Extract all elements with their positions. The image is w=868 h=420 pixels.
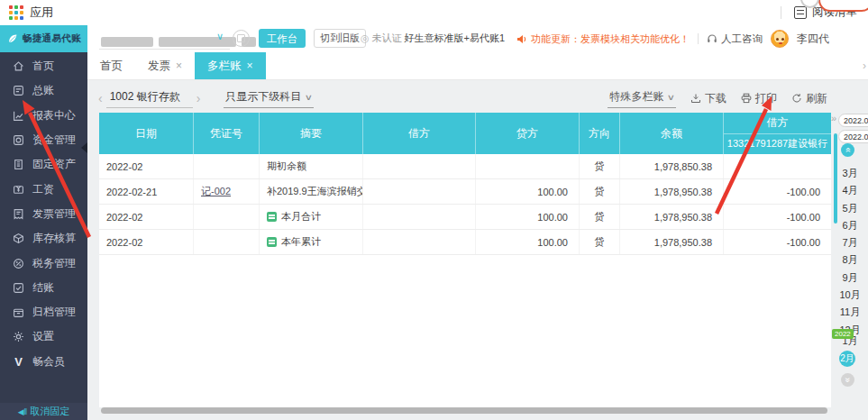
- tab-invoice[interactable]: 发票 ×: [135, 52, 195, 79]
- cell-direction: 贷: [580, 154, 620, 178]
- month-item[interactable]: 11月: [834, 304, 866, 321]
- month-item[interactable]: 5月: [834, 200, 866, 217]
- month-item[interactable]: 6月: [834, 217, 866, 234]
- months-scroll-down-button[interactable]: »: [841, 373, 854, 387]
- month-item[interactable]: 7月: [834, 234, 866, 251]
- col-header-bank-debit: 借方: [724, 113, 831, 134]
- month-item[interactable]: 4月: [834, 182, 866, 199]
- download-icon: [690, 93, 701, 104]
- month-item[interactable]: 3月: [834, 165, 866, 182]
- sidebar-item-fund-management[interactable]: 资金管理: [0, 128, 87, 152]
- printer-icon: [741, 93, 752, 104]
- ledger-toolbar: ‹ 1002 银行存款 › 只显示下级科目 ∨ 特殊多栏账 ∨ 下载 打印 刷新: [87, 79, 868, 113]
- print-label: 打印: [755, 91, 777, 106]
- company-name-redacted: [101, 37, 153, 47]
- cell-date: 2022-02: [99, 230, 194, 254]
- support-label: 人工咨询: [721, 32, 763, 46]
- apps-menu[interactable]: 应用: [9, 5, 53, 21]
- notice-banner[interactable]: 功能更新：发票模块相关功能优化！: [516, 32, 690, 46]
- account-set-icon[interactable]: [233, 30, 250, 47]
- table-row-month-total[interactable]: 2022-02 本月合计 100.00 贷 1,978,950.38 -100.…: [99, 205, 831, 230]
- sidebar-item-invoice-management[interactable]: 发票管理: [0, 202, 87, 226]
- username[interactable]: 李四代: [797, 32, 829, 47]
- period-start-input[interactable]: 2022.0: [838, 114, 868, 127]
- sidebar-item-settings[interactable]: 设置: [0, 324, 87, 349]
- unpin-label: 取消固定: [30, 405, 69, 418]
- close-icon[interactable]: ×: [176, 59, 182, 72]
- chart-icon: [13, 110, 24, 122]
- cell-credit: 100.00: [476, 179, 580, 204]
- apps-grid-icon: [9, 5, 23, 20]
- sidebar-item-closing[interactable]: 结账: [0, 276, 87, 300]
- cell-direction: 贷: [580, 230, 620, 254]
- table-row[interactable]: 2022-02 期初余额 贷 1,978,850.38: [99, 154, 831, 179]
- sidebar-item-home[interactable]: 首页: [0, 54, 87, 78]
- month-item[interactable]: 10月: [834, 287, 866, 304]
- switch-old-version-button[interactable]: 切到旧版: [314, 29, 366, 48]
- voucher-link[interactable]: 记-002: [201, 185, 231, 198]
- unpin-button[interactable]: ◀‖ 取消固定: [0, 403, 87, 420]
- refresh-button[interactable]: 刷新: [791, 91, 827, 106]
- sidebar-item-inventory[interactable]: 库存核算: [0, 226, 87, 251]
- download-button[interactable]: 下载: [690, 91, 726, 106]
- sidebar-item-label: 总账: [32, 83, 54, 98]
- refresh-label: 刷新: [806, 91, 827, 106]
- filter-dropdown[interactable]: 只显示下级科目 ∨: [224, 88, 314, 108]
- table-row-year-total[interactable]: 2022-02 本年累计 100.00 贷 1,978,950.38 -100.…: [99, 230, 831, 255]
- cell-debit: [363, 230, 476, 254]
- account-selector[interactable]: 1002 银行存款: [106, 88, 193, 108]
- double-chevron-down-icon: »: [843, 377, 853, 382]
- next-account-button[interactable]: ›: [193, 91, 205, 105]
- sidebar-item-salary[interactable]: 工资: [0, 177, 87, 201]
- divider: [781, 6, 781, 19]
- months-scroll-up-button[interactable]: »: [841, 143, 854, 157]
- cell-balance: 1,978,950.38: [620, 205, 724, 229]
- cell-direction: 贷: [580, 179, 620, 204]
- cell-balance: 1,978,850.38: [620, 154, 724, 178]
- cell-summary: 本月合计: [281, 210, 321, 224]
- print-button[interactable]: 打印: [741, 91, 777, 106]
- prev-account-button[interactable]: ‹: [95, 91, 106, 105]
- tab-multi-column-ledger[interactable]: 多栏账 ×: [195, 52, 266, 79]
- sidebar-item-report-center[interactable]: 报表中心: [0, 104, 87, 128]
- cell-balance: 1,978,950.38: [620, 179, 724, 204]
- sidebar-collapse-handle[interactable]: [81, 142, 87, 153]
- company-dropdown-icon[interactable]: ∨: [216, 31, 224, 42]
- expand-columns-icon[interactable]: »: [831, 113, 836, 123]
- period-end-input[interactable]: 2022.0: [838, 130, 868, 143]
- sidebar-item-general-ledger[interactable]: 总账: [0, 78, 87, 103]
- sidebar-item-member[interactable]: V 畅会员: [0, 350, 87, 374]
- sidebar-item-fixed-assets[interactable]: 固定资产: [0, 152, 87, 177]
- table-header: 日期 凭证号 摘要 借方 贷方 方向 余额 借方 13321791287建设银行: [99, 113, 831, 154]
- invoice-icon: [13, 208, 24, 220]
- home-icon: [13, 60, 24, 72]
- col-header-balance: 余额: [620, 113, 724, 154]
- ledger-icon: [13, 85, 24, 96]
- notice-text: 功能更新：发票模块相关功能优化！: [531, 32, 690, 46]
- month-item-february-selected[interactable]: 2月: [839, 351, 855, 367]
- month-item[interactable]: 9月: [834, 269, 866, 287]
- col-header-credit: 贷方: [476, 113, 580, 154]
- tab-overflow-icon[interactable]: ›: [863, 59, 866, 72]
- cell-bank-debit: -100.00: [724, 179, 831, 204]
- refresh-icon: [791, 93, 802, 104]
- sidebar-item-archive[interactable]: 归档管理: [0, 300, 87, 324]
- tab-home[interactable]: 首页: [87, 52, 135, 79]
- table-row[interactable]: 2022-02-21 记-002 补2019.9王海滨报销交通费,如要... 1…: [99, 179, 831, 205]
- support-button[interactable]: 人工咨询: [707, 32, 763, 46]
- document-tabbar: 首页 发票 × 多栏账 × ›: [87, 52, 868, 80]
- close-icon[interactable]: ×: [247, 59, 253, 72]
- month-item[interactable]: 8月: [834, 251, 866, 269]
- sidebar-item-tax-management[interactable]: 税务管理: [0, 251, 87, 275]
- leaf-logo-icon: [6, 32, 19, 45]
- workbench-button[interactable]: 工作台: [259, 29, 306, 48]
- month-list: 3月 4月 5月 6月 7月 8月 9月 10月 11月 12月: [834, 165, 866, 339]
- cell-voucher: [194, 154, 260, 178]
- cert-badge-icon: ◎: [361, 32, 370, 44]
- horizontal-scrollbar[interactable]: [101, 407, 827, 414]
- cell-date: 2022-02: [99, 205, 194, 229]
- special-ledger-dropdown[interactable]: 特殊多栏账 ∨: [608, 88, 676, 108]
- speaker-icon: [516, 34, 527, 44]
- user-avatar[interactable]: [771, 30, 789, 48]
- col-header-debit: 借方: [363, 113, 476, 154]
